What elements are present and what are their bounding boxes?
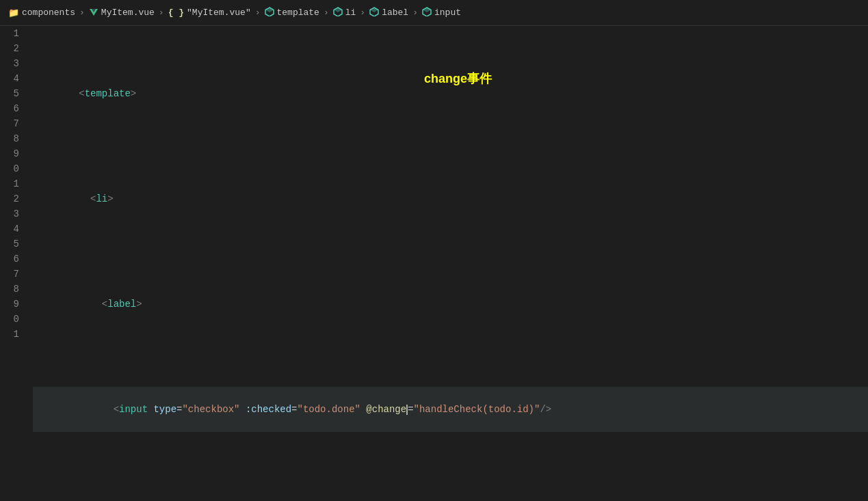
attr-change: @change [366,404,406,415]
line-num-16: 6 [5,252,19,267]
code-line-4: <input type="checkbox" :checked="todo.do… [33,387,868,432]
eq2: = [291,404,297,415]
code-editor[interactable]: 1 2 3 4 5 6 7 8 9 0 1 2 3 4 5 6 7 8 9 0 … [0,26,868,501]
line-num-10: 0 [5,161,19,176]
separator-1: › [79,8,85,18]
code-line-3: <label> [33,282,868,327]
tag-close-2: > [107,193,113,204]
val-checkbox: "checkbox" [182,404,239,415]
cube-template-icon [265,7,274,19]
cube-li-icon [333,7,343,19]
tag-close-3: > [136,299,142,310]
line-num-19: 9 [5,297,19,312]
line-num-3: 3 [5,56,19,71]
tag-label: label [107,299,136,310]
breadcrumb-myitem-obj[interactable]: "MyItem.vue" [187,8,251,18]
separator-3: › [255,8,261,18]
separator-5: › [360,8,365,18]
code-line-5: <span>{{todo.title}}</span> [33,492,868,501]
line-num-17: 7 [5,267,19,282]
attr-checked: :checked [246,404,291,415]
line-num-1: 1 [5,26,19,41]
braces-icon: { } [168,8,184,18]
breadcrumb-input[interactable]: input [434,8,461,18]
tag-open-1: < [79,88,84,99]
breadcrumb-template[interactable]: template [277,8,319,18]
svg-marker-3 [265,8,274,12]
line-num-6: 6 [5,101,19,116]
code-line-1: <template> [33,71,868,116]
cube-label-icon [369,7,379,19]
vue-icon [89,8,98,18]
line-num-15: 5 [5,236,19,252]
tag-open-3: < [102,299,107,310]
svg-marker-9 [423,8,431,12]
breadcrumb-myitem-vue[interactable]: MyItem.vue [101,8,155,18]
tag-close-1: > [131,88,136,99]
separator-2: › [159,8,164,18]
line-num-2: 2 [5,41,19,56]
line-num-7: 7 [5,116,19,131]
val-checked: "todo.done" [298,404,360,415]
breadcrumb-bar: 📁 components › MyItem.vue › { } "MyItem.… [0,0,868,26]
line-num-9: 9 [5,146,19,161]
eq3: = [408,404,413,415]
tag-input: input [119,404,148,415]
tag-li: li [96,193,107,204]
code-lines[interactable]: <template> <li> <label> <input type="che… [27,26,868,501]
line-num-8: 8 [5,131,19,146]
svg-marker-7 [370,8,378,12]
line-num-20: 0 [5,312,19,327]
line-num-13: 3 [5,206,19,221]
line-num-4: 4 [5,71,19,86]
separator-4: › [324,8,329,18]
folder-icon: 📁 [8,8,19,18]
line-numbers: 1 2 3 4 5 6 7 8 9 0 1 2 3 4 5 6 7 8 9 0 … [0,26,27,501]
line-num-14: 4 [5,221,19,236]
val-change: "handleCheck(todo.id)" [414,404,540,415]
line-num-18: 8 [5,282,19,297]
tag-self-close: /> [540,404,551,415]
line-num-21: 1 [5,327,19,342]
attr-type: type [153,404,176,415]
space2 [239,404,245,415]
breadcrumb-li[interactable]: li [345,8,356,18]
line-num-11: 1 [5,176,19,191]
breadcrumb-components[interactable]: components [22,8,75,18]
cube-input-icon [422,7,432,19]
tag-template: template [85,88,131,99]
code-area[interactable]: 1 2 3 4 5 6 7 8 9 0 1 2 3 4 5 6 7 8 9 0 … [0,26,868,501]
separator-6: › [412,8,418,18]
tag-open-input: < [114,404,119,415]
breadcrumb-label[interactable]: label [382,8,408,18]
line-num-12: 2 [5,191,19,206]
code-line-2: <li> [33,176,868,221]
line-num-5: 5 [5,86,19,101]
svg-marker-5 [334,8,342,12]
